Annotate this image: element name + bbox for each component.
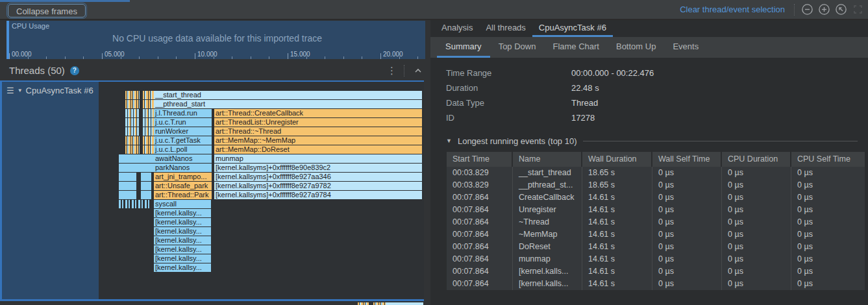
flame-bar[interactable] bbox=[125, 145, 140, 154]
flame-bar[interactable]: art::Thread::~Thread bbox=[214, 127, 422, 136]
table-row[interactable]: 00:03.829__start_thread18.65 s0 µs0 µs0 … bbox=[447, 167, 865, 179]
summary-label-time-range: Time Range bbox=[446, 68, 571, 78]
flame-bar[interactable] bbox=[143, 91, 154, 99]
flame-bar[interactable]: j.u.c.T.getTask bbox=[154, 136, 212, 145]
flame-bar[interactable]: __start_thread bbox=[154, 91, 422, 99]
flame-bar[interactable] bbox=[125, 91, 140, 99]
flame-bar[interactable]: [kernel.kallsy... bbox=[154, 254, 211, 263]
threads-title: Threads (50) bbox=[9, 65, 65, 76]
drag-handle-icon[interactable]: ☰ bbox=[6, 86, 14, 95]
flame-bar[interactable]: j.l.Thread.run bbox=[154, 109, 212, 117]
table-row[interactable]: 00:07.864Unregister14.61 s0 µs0 µs0 µs bbox=[447, 204, 865, 216]
axis-tick-label: 10.000 bbox=[197, 51, 217, 58]
flame-bar[interactable]: [kernel.kallsyms]+0xffffff8e90e839c2 bbox=[214, 164, 422, 172]
flame-bar[interactable]: __pthread_start bbox=[154, 100, 422, 108]
collapse-frames-button[interactable]: Collapse frames bbox=[8, 4, 86, 18]
flame-bar[interactable]: [kernel.kallsy... bbox=[154, 227, 211, 236]
tab-top-down[interactable]: Top Down bbox=[490, 37, 545, 58]
column-header[interactable]: Name bbox=[513, 152, 582, 167]
events-section-header[interactable]: ▼ Longest running events (top 10) bbox=[446, 136, 858, 146]
toolbar-separator bbox=[794, 4, 795, 16]
tab-events[interactable]: Events bbox=[664, 37, 707, 58]
flame-bar[interactable]: awaitNanos bbox=[119, 154, 212, 163]
flame-bar[interactable] bbox=[143, 109, 154, 117]
flame-bar[interactable] bbox=[125, 127, 140, 136]
reset-zoom-icon[interactable] bbox=[835, 3, 847, 16]
flame-bar[interactable] bbox=[143, 145, 154, 154]
zoom-in-icon[interactable] bbox=[818, 3, 830, 16]
column-header[interactable]: Start Time bbox=[447, 152, 513, 167]
flame-bar[interactable]: runWorker bbox=[154, 127, 212, 136]
kebab-menu-icon[interactable]: ⋮ bbox=[387, 66, 397, 75]
table-row[interactable]: 00:07.864~MemMap14.61 s0 µs0 µs0 µs bbox=[447, 228, 865, 241]
column-header[interactable]: Wall Self Time bbox=[652, 152, 722, 167]
tab-cpuasynctask[interactable]: CpuAsyncTask #6 bbox=[532, 20, 613, 37]
flame-chart-canvas[interactable]: __start_thread__pthread_startj.l.Thread.… bbox=[99, 82, 424, 299]
column-header[interactable]: CPU Self Time bbox=[791, 152, 865, 167]
flame-bar[interactable] bbox=[119, 191, 136, 199]
table-row[interactable]: 00:07.864munmap14.61 s0 µs0 µs0 µs bbox=[447, 253, 865, 265]
flame-bar[interactable] bbox=[125, 100, 140, 108]
zoom-out-icon[interactable] bbox=[801, 3, 813, 16]
flame-bar[interactable]: j.u.c.L.poll bbox=[154, 145, 212, 154]
table-row[interactable]: 00:07.864DoReset14.61 s0 µs0 µs0 µs bbox=[447, 241, 865, 253]
flame-bar[interactable] bbox=[119, 200, 151, 208]
flame-bar[interactable]: art::Unsafe_park bbox=[154, 182, 212, 190]
flame-bar[interactable]: art::Thread::CreateCallback bbox=[214, 109, 422, 117]
flame-bar[interactable]: [kernel.kallsyms]+0xffffff8e927aa346 bbox=[214, 173, 422, 181]
selected-thread-track[interactable]: ☰ ▼ CpuAsyncTask #6 __start_thread__pthr… bbox=[0, 80, 424, 301]
flame-bar[interactable]: [kernel.kallsy... bbox=[154, 236, 211, 245]
flame-bar[interactable] bbox=[141, 182, 151, 190]
table-row[interactable]: 00:07.864CreateCallback14.61 s0 µs0 µs0 … bbox=[447, 191, 865, 204]
thread-name-cell[interactable]: ☰ ▼ CpuAsyncTask #6 bbox=[0, 82, 99, 299]
flame-bar[interactable]: j.u.c.T.run bbox=[154, 118, 212, 127]
flame-bar[interactable] bbox=[143, 127, 154, 136]
flame-bar[interactable] bbox=[119, 182, 136, 190]
table-cell: 0 µs bbox=[791, 253, 865, 265]
tab-bottom-up[interactable]: Bottom Up bbox=[608, 37, 664, 58]
table-row[interactable]: 00:03.829__pthread_st...18.65 s0 µs0 µs0… bbox=[447, 179, 865, 191]
table-cell: DoReset bbox=[513, 241, 582, 253]
flame-bar[interactable]: art::MemMap::~MemMap bbox=[214, 136, 422, 145]
column-header[interactable]: Wall Duration bbox=[582, 152, 652, 167]
collapse-triangle-icon[interactable]: ▼ bbox=[446, 138, 452, 144]
flame-bar[interactable]: [kernel.kallsy... bbox=[154, 209, 211, 217]
flame-bar[interactable]: [kernel.kallsy... bbox=[154, 218, 211, 226]
collapse-section-icon[interactable] bbox=[412, 64, 424, 77]
flame-bar[interactable] bbox=[141, 191, 151, 199]
flame-bar[interactable] bbox=[119, 173, 136, 181]
flame-bar[interactable]: syscall bbox=[154, 200, 211, 208]
flame-bar[interactable] bbox=[143, 136, 154, 145]
table-cell: [kernel.kalls... bbox=[513, 265, 582, 278]
tab-analysis[interactable]: Analysis bbox=[435, 20, 479, 37]
table-row[interactable]: 00:07.864[kernel.kalls...14.61 s0 µs0 µs… bbox=[447, 265, 865, 278]
flame-bar[interactable]: parkNanos bbox=[119, 164, 212, 172]
clear-selection-link[interactable]: Clear thread/event selection bbox=[680, 5, 785, 14]
flame-bar[interactable] bbox=[141, 173, 151, 181]
flame-bar[interactable]: [kernel.kallsyms]+0xffffff8e927a9784 bbox=[214, 191, 422, 199]
flame-bar[interactable]: [kernel.kallsy... bbox=[154, 245, 211, 254]
table-row[interactable]: 00:07.864[kernel.kalls...14.61 s0 µs0 µs… bbox=[447, 278, 865, 290]
cpu-usage-panel[interactable]: CPU Usage No CPU usage data available fo… bbox=[6, 21, 425, 59]
flame-bar[interactable]: art_jni_trampo... bbox=[154, 173, 212, 181]
flame-bar[interactable]: [kernel.kallsy... bbox=[154, 263, 211, 272]
flame-bar[interactable] bbox=[143, 118, 154, 127]
flame-bar[interactable] bbox=[143, 100, 154, 108]
table-row[interactable]: 00:07.864~Thread14.61 s0 µs0 µs0 µs bbox=[447, 216, 865, 228]
summary-section: Time Range 00:00.000 - 00:22.476 Duratio… bbox=[430, 58, 868, 125]
expand-triangle-icon[interactable]: ▼ bbox=[18, 86, 23, 95]
flame-bar[interactable] bbox=[125, 109, 140, 117]
flame-bar[interactable] bbox=[125, 136, 140, 145]
flame-bar[interactable]: art::MemMap::DoReset bbox=[214, 145, 422, 154]
flame-bar[interactable] bbox=[125, 118, 140, 127]
help-icon[interactable]: ? bbox=[70, 66, 79, 75]
flame-bar[interactable]: art::ThreadList::Unregister bbox=[214, 118, 422, 127]
flame-bar[interactable]: [kernel.kallsyms]+0xffffff8e927a9782 bbox=[214, 182, 422, 190]
flame-bar[interactable]: art::Thread::Park bbox=[154, 191, 212, 199]
tab-flame-chart[interactable]: Flame Chart bbox=[544, 37, 608, 58]
tab-summary[interactable]: Summary bbox=[437, 37, 490, 58]
column-header[interactable]: CPU Duration bbox=[722, 152, 791, 167]
tab-all-threads[interactable]: All threads bbox=[479, 20, 532, 37]
flame-bar[interactable]: munmap bbox=[214, 154, 422, 163]
table-cell: 18.65 s bbox=[582, 167, 652, 179]
